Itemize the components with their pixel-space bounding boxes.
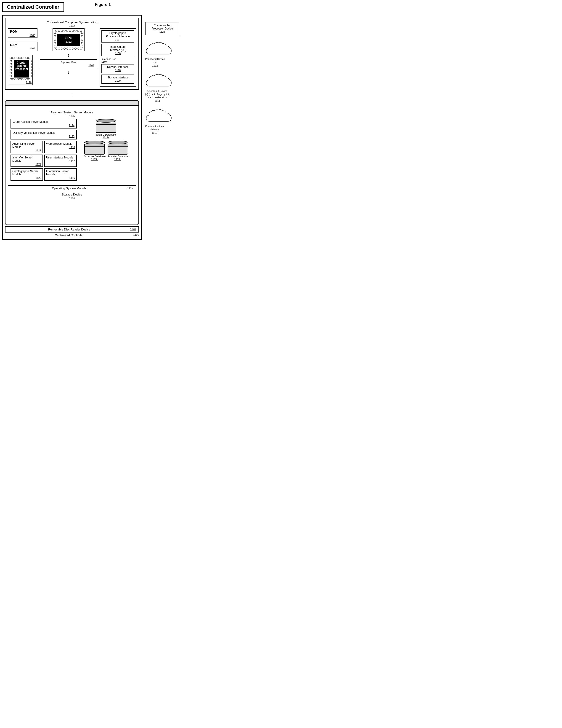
left-diagram: Conventional Computer Systemization 1102… <box>2 15 142 240</box>
sidebar-crypto-proc-device: CryptographicProcessor Device 1128 <box>145 22 185 35</box>
cpu-area: CPU 1103 <box>40 28 97 75</box>
server-module-cryptographic: Cryptographic Server Module 1120 <box>11 168 43 181</box>
crypto-proc-device-box: CryptographicProcessor Device 1128 <box>145 22 179 35</box>
anonid-label: anonID Database1119c <box>96 133 116 139</box>
page-title: Centralized Controller <box>2 2 64 12</box>
module-pair-anonyfier-ui: anonyfier Server Module 1121 User Interf… <box>11 155 77 167</box>
os-module-box: Operating System Module 1115 <box>8 185 136 191</box>
sidebar-peripheral-device: Peripheral Device(s) 1112 <box>145 42 185 67</box>
storage-drum: Payment System Server Module 1125 Credit… <box>5 100 139 225</box>
chip-sides: CPU 1103 <box>53 32 84 48</box>
main-down-arrow: ↓ <box>5 92 139 98</box>
server-module-user-interface: User Interface Module 1117 <box>44 155 77 167</box>
interface-item-network: Network Interface 1110 <box>101 64 134 73</box>
sysbus-down-arrow: ↓ <box>67 70 70 75</box>
chip-side-dots-right <box>80 32 84 48</box>
diagram-wrapper: Centralized Controller Figure 1 Conventi… <box>2 2 185 240</box>
module-pair-advertising-web: Advertising Server Module 1122 Web Brows… <box>11 141 77 153</box>
server-module-delivery-verification: Delivery Verification Server Module 1123 <box>11 130 77 139</box>
full-diagram: Conventional Computer Systemization 1102… <box>2 15 185 240</box>
payment-box: Payment System Server Module 1125 Credit… <box>8 108 136 183</box>
outer-box: Conventional Computer Systemization 1102… <box>2 15 142 240</box>
interface-box: CryptographicProcessor Interface 1127 In… <box>100 28 136 87</box>
ram-box: RAM 1106 <box>8 42 37 51</box>
anonid-cyl <box>96 119 116 133</box>
removable-disc-box: Removable Disc Reader Device 1126 <box>5 226 139 233</box>
storage-device-label: Storage Device 1114 <box>8 193 136 200</box>
sidebar-user-input-device: User Input Device(s) (crypto finger prin… <box>145 74 185 102</box>
computer-sys-inner: ROM 1105 RAM 1106 <box>8 28 136 87</box>
payment-inner: Credit Auction Server Module 1124 Delive… <box>11 119 133 181</box>
server-module-credit-auction: Credit Auction Server Module 1124 <box>11 119 77 128</box>
interface-item-crypto: CryptographicProcessor Interface 1127 <box>101 30 134 43</box>
peripheral-cloud-shape <box>145 42 173 56</box>
provider-cyl <box>108 141 128 155</box>
module-pair-crypto-info: Cryptographic Server Module 1120 Informa… <box>11 168 77 181</box>
interface-bus-label: Interface Bus 1107 <box>101 58 134 63</box>
server-module-advertising: Advertising Server Module 1122 <box>11 141 43 153</box>
left-components: ROM 1105 RAM 1106 <box>8 28 37 85</box>
interface-item-storage: Storage Interface 1109 <box>101 75 134 84</box>
figure-title: Figure 1 <box>95 2 111 7</box>
accesser-label: Accesser Database1119a <box>84 155 106 161</box>
cpu-chip: CPU 1103 <box>53 28 85 51</box>
provider-db: Provider Database1119b <box>107 141 128 161</box>
peripheral-device-label: Peripheral Device(s) 1112 <box>145 57 165 67</box>
drum-body: Payment System Server Module 1125 Credit… <box>5 106 139 225</box>
crypto-proc-box: Crypto-graphicProcessor <box>8 55 33 85</box>
payment-left-modules: Credit Auction Server Module 1124 Delive… <box>11 119 77 181</box>
chip-side-dots-left <box>53 32 57 48</box>
system-bus-box: System Bus 1104 <box>40 59 97 68</box>
provider-label: Provider Database1119b <box>107 155 128 161</box>
server-module-anonyfier: anonyfier Server Module 1121 <box>11 155 43 167</box>
server-module-information: Information Server Module 1116 <box>44 168 77 181</box>
comm-network-cloud-shape <box>145 109 173 124</box>
payment-title: Payment System Server Module 1125 <box>11 111 133 118</box>
computer-sys-title: Conventional Computer Systemization 1102 <box>8 21 136 27</box>
accesser-db: Accesser Database1119a <box>84 141 106 161</box>
cpu-label: CPU 1103 <box>57 34 80 46</box>
crypto-proc-label: Crypto-graphicProcessor <box>14 60 29 78</box>
user-input-cloud-shape <box>145 74 173 88</box>
anonid-db: anonID Database1119c <box>96 119 116 139</box>
chip-dots-bottom <box>53 48 84 51</box>
accesser-cyl <box>84 141 105 155</box>
cpu-down-arrow: ↕ <box>67 53 70 58</box>
server-module-web-browser: Web Browser Module 1118 <box>44 141 77 153</box>
sidebar-comm-network: CommunicationsNetwork 1113 <box>145 109 185 134</box>
payment-right-dbs: anonID Database1119c <box>79 119 133 181</box>
right-sidebar: CryptographicProcessor Device 1128 Perip… <box>142 15 185 240</box>
bottom-controller-label: Centralized Controller 1101 <box>5 233 139 237</box>
top-header: Centralized Controller Figure 1 <box>2 2 185 14</box>
chip-dots-top <box>53 29 84 32</box>
rom-box: ROM 1105 <box>8 28 37 38</box>
db-bottom-pair: Accesser Database1119a <box>84 141 128 161</box>
drum-top <box>5 101 139 106</box>
comm-network-label: CommunicationsNetwork 1113 <box>145 125 164 134</box>
interface-item-io: Input OutputInterface (I/O) 1108 <box>101 44 134 56</box>
user-input-device-label: User Input Device(s) (crypto finger prin… <box>145 89 170 102</box>
computer-sys-box: Conventional Computer Systemization 1102… <box>5 18 139 90</box>
